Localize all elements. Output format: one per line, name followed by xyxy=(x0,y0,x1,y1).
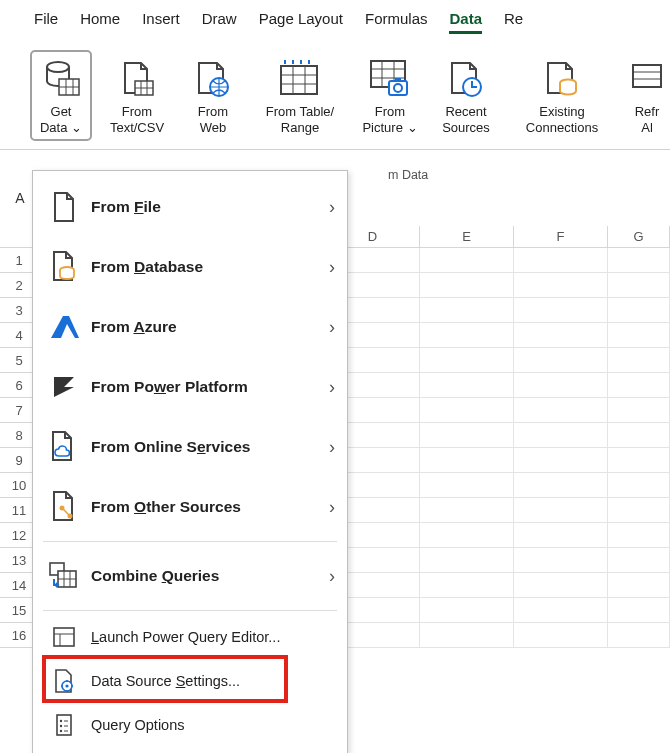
menu-from-database-label: From Database xyxy=(81,258,329,276)
cell[interactable] xyxy=(514,298,608,323)
svg-rect-41 xyxy=(54,628,74,646)
menu-from-other-sources-label: From Other Sources xyxy=(81,498,329,516)
tab-insert[interactable]: Insert xyxy=(142,10,180,31)
query-options-icon xyxy=(47,713,81,737)
col-header-g[interactable]: G xyxy=(608,226,670,248)
menu-from-azure[interactable]: From Azure › xyxy=(33,297,347,357)
get-data-label: Get Data xyxy=(40,104,72,135)
tab-data[interactable]: Data xyxy=(449,10,482,34)
cell[interactable] xyxy=(420,273,514,298)
menu-from-power-platform[interactable]: From Power Platform › xyxy=(33,357,347,417)
cell[interactable] xyxy=(608,248,670,273)
from-web-icon xyxy=(193,56,233,102)
tab-file[interactable]: File xyxy=(34,10,58,31)
cell[interactable] xyxy=(608,323,670,348)
cell[interactable] xyxy=(514,598,608,623)
from-text-csv-button[interactable]: From Text/CSV xyxy=(100,50,174,141)
recent-sources-button[interactable]: Recent Sources xyxy=(432,50,500,141)
existing-connections-label: Existing Connections xyxy=(526,104,598,135)
from-web-button[interactable]: From Web xyxy=(182,50,244,141)
cell[interactable] xyxy=(514,273,608,298)
cell[interactable] xyxy=(420,498,514,523)
cell[interactable] xyxy=(514,373,608,398)
cell[interactable] xyxy=(514,498,608,523)
menu-from-online-services[interactable]: From Online Services › xyxy=(33,417,347,477)
file-icon xyxy=(47,191,81,223)
cell[interactable] xyxy=(514,473,608,498)
cell[interactable] xyxy=(608,548,670,573)
menu-separator xyxy=(43,541,337,542)
cell[interactable] xyxy=(420,448,514,473)
cell[interactable] xyxy=(608,348,670,373)
cell[interactable] xyxy=(514,398,608,423)
cell[interactable] xyxy=(608,498,670,523)
cell[interactable] xyxy=(514,248,608,273)
cell[interactable] xyxy=(420,573,514,598)
cell[interactable] xyxy=(608,598,670,623)
cell[interactable] xyxy=(514,423,608,448)
other-sources-icon xyxy=(47,490,81,524)
cloud-file-icon xyxy=(47,430,81,464)
cell[interactable] xyxy=(514,623,608,648)
cell[interactable] xyxy=(608,448,670,473)
cell[interactable] xyxy=(514,573,608,598)
col-header-f[interactable]: F xyxy=(514,226,608,248)
chevron-down-icon: ⌄ xyxy=(71,120,82,135)
menu-from-other-sources[interactable]: From Other Sources › xyxy=(33,477,347,537)
cell[interactable] xyxy=(420,323,514,348)
cell[interactable] xyxy=(608,423,670,448)
chevron-right-icon: › xyxy=(329,197,335,218)
chevron-right-icon: › xyxy=(329,437,335,458)
chevron-right-icon: › xyxy=(329,377,335,398)
cell[interactable] xyxy=(420,373,514,398)
ribbon-tabs: File Home Insert Draw Page Layout Formul… xyxy=(0,0,670,46)
cell[interactable] xyxy=(420,348,514,373)
cell[interactable] xyxy=(608,523,670,548)
cell[interactable] xyxy=(420,523,514,548)
tab-home[interactable]: Home xyxy=(80,10,120,31)
cell[interactable] xyxy=(608,573,670,598)
cell[interactable] xyxy=(514,323,608,348)
cell[interactable] xyxy=(420,473,514,498)
cell[interactable] xyxy=(420,623,514,648)
existing-connections-button[interactable]: Existing Connections xyxy=(508,50,616,141)
cell[interactable] xyxy=(420,398,514,423)
from-picture-button[interactable]: From Picture ⌄ xyxy=(356,50,424,141)
menu-from-file[interactable]: From File › xyxy=(33,177,347,237)
cell[interactable] xyxy=(514,448,608,473)
cell[interactable] xyxy=(608,473,670,498)
menu-data-source-settings[interactable]: Data Source Settings... xyxy=(33,659,347,703)
cell[interactable] xyxy=(420,598,514,623)
col-header-e[interactable]: E xyxy=(420,226,514,248)
tab-page-layout[interactable]: Page Layout xyxy=(259,10,343,31)
from-table-range-button[interactable]: From Table/ Range xyxy=(252,50,348,141)
cell[interactable] xyxy=(420,298,514,323)
refresh-all-button[interactable]: Refr Al xyxy=(624,50,670,141)
cell[interactable] xyxy=(608,623,670,648)
cell[interactable] xyxy=(608,273,670,298)
cell[interactable] xyxy=(420,548,514,573)
cell[interactable] xyxy=(514,348,608,373)
name-box[interactable]: A xyxy=(11,186,29,210)
svg-point-0 xyxy=(47,62,69,72)
cell[interactable] xyxy=(608,298,670,323)
get-data-button[interactable]: Get Data ⌄ xyxy=(30,50,92,141)
cell[interactable] xyxy=(514,548,608,573)
chevron-right-icon: › xyxy=(329,566,335,587)
cell[interactable] xyxy=(420,423,514,448)
cell[interactable] xyxy=(420,248,514,273)
cell[interactable] xyxy=(608,373,670,398)
menu-separator xyxy=(43,610,337,611)
menu-launch-power-query-editor[interactable]: Launch Power Query Editor... xyxy=(33,615,347,659)
combine-queries-icon xyxy=(47,561,81,591)
tab-formulas[interactable]: Formulas xyxy=(365,10,428,31)
cell[interactable] xyxy=(608,398,670,423)
cell[interactable] xyxy=(514,523,608,548)
menu-from-database[interactable]: From Database › xyxy=(33,237,347,297)
menu-combine-queries[interactable]: Combine Queries › xyxy=(33,546,347,606)
ribbon: Get Data ⌄ From Text/CSV From Web From T… xyxy=(0,46,670,150)
chevron-down-icon: ⌄ xyxy=(407,120,418,135)
tab-draw[interactable]: Draw xyxy=(202,10,237,31)
tab-review-partial[interactable]: Re xyxy=(504,10,523,31)
menu-query-options[interactable]: Query Options xyxy=(33,703,347,747)
